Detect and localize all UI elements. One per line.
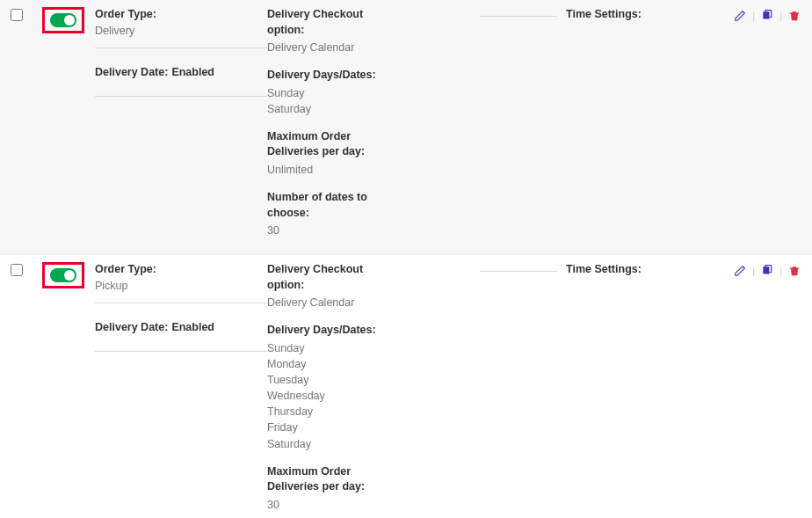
row-select-checkbox[interactable] <box>11 9 23 21</box>
max-per-day-label: Maximum Order Deliveries per day: <box>267 129 381 160</box>
day: Saturday <box>267 436 381 452</box>
action-separator: | <box>779 264 782 278</box>
copy-icon <box>761 10 773 22</box>
action-separator: | <box>752 9 755 23</box>
trash-icon <box>788 265 801 277</box>
duplicate-button[interactable] <box>760 9 774 23</box>
checkout-option-label: Delivery Checkout option: <box>267 262 381 293</box>
delivery-settings-cell: Delivery Checkout option: Delivery Calen… <box>267 262 480 518</box>
day: Sunday <box>267 85 381 101</box>
delivery-days-value: Sunday Monday Tuesday Wednesday Thursday… <box>267 340 381 452</box>
order-type-cell: Order Type: Pickup Delivery Date: Enable… <box>95 262 267 518</box>
row-actions: | | <box>701 262 801 518</box>
order-type-value: Delivery <box>95 23 156 39</box>
row-actions: | | <box>701 7 801 238</box>
delivery-days-label: Delivery Days/Dates: <box>267 323 381 339</box>
delivery-days-value: Sunday Saturday <box>267 85 381 117</box>
copy-icon <box>761 265 773 277</box>
row-select-checkbox[interactable] <box>11 264 23 276</box>
day: Thursday <box>267 404 381 420</box>
action-separator: | <box>779 9 782 23</box>
time-settings-label: Time Settings: <box>566 7 642 23</box>
time-settings-cell: Time Settings: <box>480 7 701 238</box>
order-type-label: Order Type: <box>95 7 156 23</box>
divider-line <box>480 16 557 17</box>
delivery-date-status: Enabled <box>171 64 214 80</box>
pencil-icon <box>734 265 746 277</box>
row-select-cell <box>11 7 42 238</box>
row-toggle-cell <box>42 7 95 238</box>
day: Monday <box>267 356 381 372</box>
row-toggle-cell <box>42 262 95 518</box>
schedule-row: Order Type: Delivery Delivery Date: Enab… <box>0 0 812 255</box>
delete-button[interactable] <box>787 9 801 23</box>
divider-line <box>480 271 557 272</box>
day: Saturday <box>267 101 381 117</box>
delivery-date-label: Delivery Date: <box>95 320 168 336</box>
time-settings-cell: Time Settings: <box>480 262 701 518</box>
duplicate-button[interactable] <box>760 264 774 278</box>
time-settings-label: Time Settings: <box>566 262 642 278</box>
max-per-day-value: Unlimited <box>267 162 381 178</box>
enable-toggle[interactable] <box>50 268 76 282</box>
max-per-day-value: 30 <box>267 497 381 513</box>
order-type-label: Order Type: <box>95 262 156 278</box>
delivery-date-status: Enabled <box>171 319 214 335</box>
num-dates-label: Number of dates to choose: <box>267 190 381 221</box>
num-dates-value: 30 <box>267 223 381 238</box>
toggle-highlight-box <box>42 262 84 288</box>
delivery-days-label: Delivery Days/Dates: <box>267 68 381 84</box>
edit-button[interactable] <box>733 264 747 278</box>
order-type-cell: Order Type: Delivery Delivery Date: Enab… <box>95 7 267 238</box>
checkout-option-label: Delivery Checkout option: <box>267 7 381 38</box>
delivery-settings-cell: Delivery Checkout option: Delivery Calen… <box>267 7 480 238</box>
max-per-day-label: Maximum Order Deliveries per day: <box>267 464 381 495</box>
order-type-value: Pickup <box>95 278 156 294</box>
divider <box>95 96 267 97</box>
edit-button[interactable] <box>733 9 747 23</box>
pencil-icon <box>734 10 746 22</box>
checkout-option-value: Delivery Calendar <box>267 295 381 310</box>
day: Friday <box>267 420 381 435</box>
checkout-option-value: Delivery Calendar <box>267 40 381 55</box>
toggle-highlight-box <box>42 7 84 33</box>
delivery-date-label: Delivery Date: <box>95 65 168 81</box>
day: Wednesday <box>267 388 381 404</box>
day: Tuesday <box>267 372 381 388</box>
day: Sunday <box>267 340 381 356</box>
delete-button[interactable] <box>787 264 801 278</box>
row-select-cell <box>11 262 42 518</box>
divider <box>95 351 267 352</box>
action-separator: | <box>752 264 755 278</box>
enable-toggle[interactable] <box>50 13 76 27</box>
trash-icon <box>788 10 801 22</box>
schedule-row: Order Type: Pickup Delivery Date: Enable… <box>0 255 812 518</box>
